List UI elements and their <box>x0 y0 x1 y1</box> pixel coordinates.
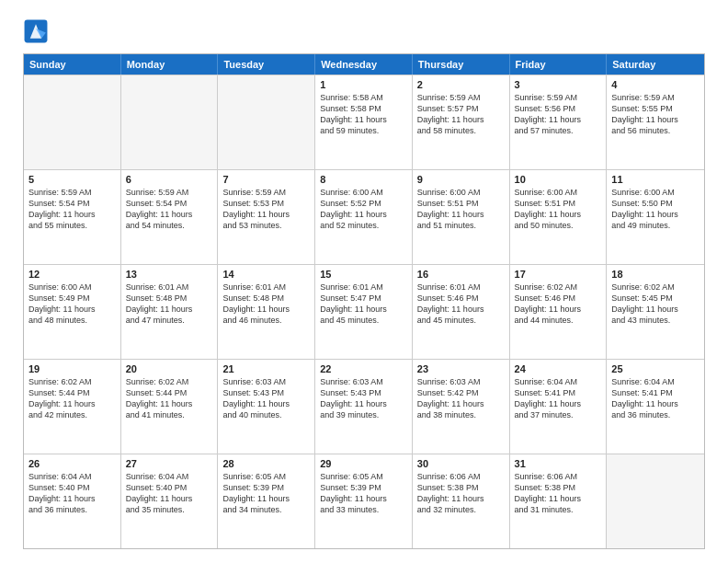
weekday-header-tuesday: Tuesday <box>218 54 315 75</box>
cell-info-line: Daylight: 11 hours <box>515 114 602 125</box>
weekday-header-saturday: Saturday <box>607 54 704 75</box>
cell-info-line: Sunrise: 6:03 AM <box>320 376 407 387</box>
cell-info-line: Daylight: 11 hours <box>417 304 505 315</box>
cell-info-line: Sunset: 5:58 PM <box>320 103 407 114</box>
calendar-cell-15: 15Sunrise: 6:01 AMSunset: 5:47 PMDayligh… <box>315 265 413 359</box>
cell-info-line: Sunset: 5:40 PM <box>28 482 116 493</box>
cell-info-line: Sunrise: 6:03 AM <box>417 376 505 387</box>
cell-info-line: and 51 minutes. <box>417 220 505 231</box>
calendar-cell-13: 13Sunrise: 6:01 AMSunset: 5:48 PMDayligh… <box>121 265 219 359</box>
weekday-header-wednesday: Wednesday <box>315 54 413 75</box>
day-number: 23 <box>417 363 505 374</box>
cell-info-line: and 43 minutes. <box>611 315 700 326</box>
calendar-cell-5: 5Sunrise: 5:59 AMSunset: 5:54 PMDaylight… <box>24 170 121 264</box>
cell-info-line: Sunrise: 6:04 AM <box>515 376 602 387</box>
cell-info-line: Daylight: 11 hours <box>126 493 213 504</box>
calendar-cell-1: 1Sunrise: 5:58 AMSunset: 5:58 PMDaylight… <box>315 75 413 169</box>
calendar-cell-28: 28Sunrise: 6:05 AMSunset: 5:39 PMDayligh… <box>218 454 315 548</box>
cell-info-line: Sunset: 5:51 PM <box>515 198 602 209</box>
cell-info-line: Daylight: 11 hours <box>515 398 602 409</box>
day-number: 3 <box>515 79 602 90</box>
day-number: 18 <box>611 269 700 280</box>
cell-info-line: Sunset: 5:45 PM <box>611 293 700 304</box>
calendar-cell-31: 31Sunrise: 6:06 AMSunset: 5:38 PMDayligh… <box>510 454 608 548</box>
cell-info-line: Sunrise: 6:05 AM <box>222 471 310 482</box>
cell-info-line: Daylight: 11 hours <box>417 209 505 220</box>
calendar-cell-empty <box>218 75 315 169</box>
cell-info-line: Sunset: 5:44 PM <box>28 387 116 398</box>
cell-info-line: Sunset: 5:38 PM <box>417 482 505 493</box>
cell-info-line: Sunrise: 6:04 AM <box>28 471 116 482</box>
calendar-row-1: 5Sunrise: 5:59 AMSunset: 5:54 PMDaylight… <box>24 169 704 264</box>
day-number: 6 <box>126 174 213 185</box>
cell-info-line: and 58 minutes. <box>417 125 505 136</box>
cell-info-line: and 38 minutes. <box>417 409 505 420</box>
logo <box>23 18 51 44</box>
cell-info-line: and 36 minutes. <box>611 409 700 420</box>
weekday-header-monday: Monday <box>121 54 219 75</box>
cell-info-line: Sunrise: 6:02 AM <box>611 282 700 293</box>
calendar-cell-27: 27Sunrise: 6:04 AMSunset: 5:40 PMDayligh… <box>121 454 219 548</box>
cell-info-line: Sunrise: 6:00 AM <box>320 187 407 198</box>
cell-info-line: Sunset: 5:39 PM <box>320 482 407 493</box>
cell-info-line: Daylight: 11 hours <box>417 493 505 504</box>
cell-info-line: Sunrise: 6:06 AM <box>515 471 602 482</box>
cell-info-line: Sunrise: 5:58 AM <box>320 92 407 103</box>
calendar-cell-2: 2Sunrise: 5:59 AMSunset: 5:57 PMDaylight… <box>413 75 510 169</box>
generalblue-logo-icon <box>23 18 49 44</box>
calendar-header: SundayMondayTuesdayWednesdayThursdayFrid… <box>24 54 704 75</box>
cell-info-line: Sunset: 5:38 PM <box>515 482 602 493</box>
cell-info-line: and 41 minutes. <box>126 409 213 420</box>
weekday-header-sunday: Sunday <box>24 54 121 75</box>
cell-info-line: and 39 minutes. <box>320 409 407 420</box>
calendar-row-2: 12Sunrise: 6:00 AMSunset: 5:49 PMDayligh… <box>24 264 704 359</box>
calendar-cell-18: 18Sunrise: 6:02 AMSunset: 5:45 PMDayligh… <box>607 265 704 359</box>
cell-info-line: Sunset: 5:39 PM <box>222 482 310 493</box>
cell-info-line: Sunrise: 6:02 AM <box>126 376 213 387</box>
calendar-cell-12: 12Sunrise: 6:00 AMSunset: 5:49 PMDayligh… <box>24 265 121 359</box>
calendar-cell-9: 9Sunrise: 6:00 AMSunset: 5:51 PMDaylight… <box>413 170 510 264</box>
cell-info-line: and 49 minutes. <box>611 220 700 231</box>
cell-info-line: Sunrise: 6:00 AM <box>28 282 116 293</box>
calendar-cell-7: 7Sunrise: 5:59 AMSunset: 5:53 PMDaylight… <box>218 170 315 264</box>
cell-info-line: Daylight: 11 hours <box>320 304 407 315</box>
cell-info-line: and 36 minutes. <box>28 504 116 515</box>
cell-info-line: Sunset: 5:40 PM <box>126 482 213 493</box>
cell-info-line: Daylight: 11 hours <box>320 209 407 220</box>
cell-info-line: and 33 minutes. <box>320 504 407 515</box>
calendar-cell-23: 23Sunrise: 6:03 AMSunset: 5:42 PMDayligh… <box>413 360 510 454</box>
cell-info-line: Daylight: 11 hours <box>611 304 700 315</box>
calendar-row-3: 19Sunrise: 6:02 AMSunset: 5:44 PMDayligh… <box>24 359 704 454</box>
cell-info-line: Daylight: 11 hours <box>611 209 700 220</box>
calendar-cell-14: 14Sunrise: 6:01 AMSunset: 5:48 PMDayligh… <box>218 265 315 359</box>
day-number: 28 <box>222 458 310 469</box>
cell-info-line: Daylight: 11 hours <box>126 398 213 409</box>
calendar-cell-24: 24Sunrise: 6:04 AMSunset: 5:41 PMDayligh… <box>510 360 608 454</box>
calendar-cell-16: 16Sunrise: 6:01 AMSunset: 5:46 PMDayligh… <box>413 265 510 359</box>
cell-info-line: and 53 minutes. <box>222 220 310 231</box>
cell-info-line: Sunset: 5:47 PM <box>320 293 407 304</box>
cell-info-line: Daylight: 11 hours <box>515 493 602 504</box>
cell-info-line: and 59 minutes. <box>320 125 407 136</box>
calendar-cell-25: 25Sunrise: 6:04 AMSunset: 5:41 PMDayligh… <box>607 360 704 454</box>
calendar-cell-29: 29Sunrise: 6:05 AMSunset: 5:39 PMDayligh… <box>315 454 413 548</box>
cell-info-line: Sunrise: 6:04 AM <box>611 376 700 387</box>
cell-info-line: Sunset: 5:52 PM <box>320 198 407 209</box>
cell-info-line: Sunset: 5:51 PM <box>417 198 505 209</box>
cell-info-line: and 55 minutes. <box>28 220 116 231</box>
cell-info-line: and 31 minutes. <box>515 504 602 515</box>
cell-info-line: Sunrise: 6:00 AM <box>515 187 602 198</box>
cell-info-line: and 48 minutes. <box>28 315 116 326</box>
header <box>23 18 705 44</box>
cell-info-line: Daylight: 11 hours <box>417 114 505 125</box>
day-number: 19 <box>28 363 116 374</box>
cell-info-line: Daylight: 11 hours <box>28 398 116 409</box>
calendar-cell-19: 19Sunrise: 6:02 AMSunset: 5:44 PMDayligh… <box>24 360 121 454</box>
cell-info-line: Daylight: 11 hours <box>126 304 213 315</box>
cell-info-line: Sunrise: 6:00 AM <box>417 187 505 198</box>
cell-info-line: Sunset: 5:46 PM <box>417 293 505 304</box>
calendar-cell-22: 22Sunrise: 6:03 AMSunset: 5:43 PMDayligh… <box>315 360 413 454</box>
cell-info-line: Sunrise: 6:01 AM <box>126 282 213 293</box>
day-number: 12 <box>28 269 116 280</box>
cell-info-line: and 40 minutes. <box>222 409 310 420</box>
